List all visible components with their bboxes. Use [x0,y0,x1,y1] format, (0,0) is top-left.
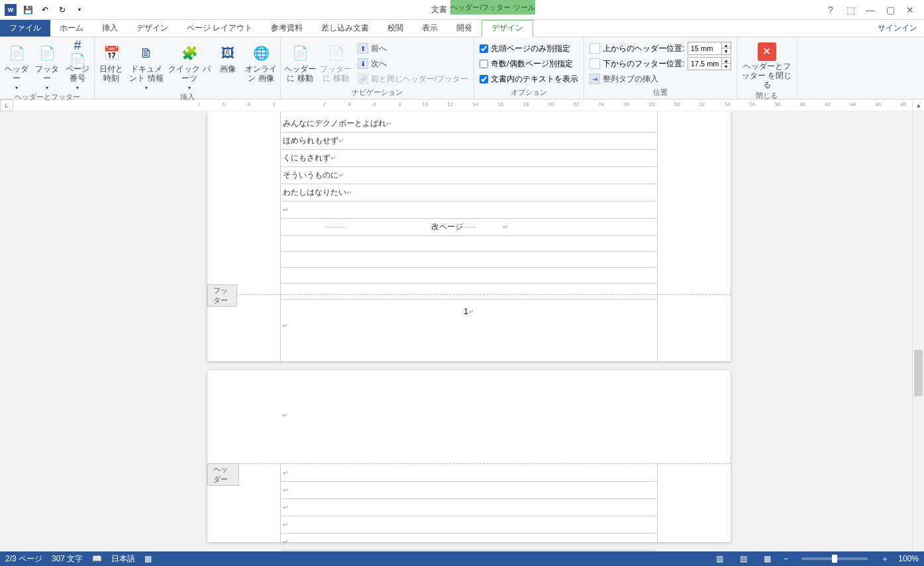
header-gallery[interactable]: 📄ヘッダー▾ [3,41,30,91]
footer-boundary [207,294,731,295]
vertical-ruler[interactable] [0,111,13,551]
spin-down[interactable]: ▼ [721,48,731,54]
contextual-tab-label: ヘッダー/フッター ツール [450,0,535,15]
ruler-tick: 28 [648,101,654,107]
footer-gallery[interactable]: 📄フッター▾ [33,41,61,91]
ruler-tick: 36 [749,101,755,107]
page-number-gallery[interactable]: #📄ページ 番号▾ [64,41,91,91]
odd-even-different[interactable]: 奇数/偶数ページ別指定 [477,56,581,71]
minimize-button[interactable]: — [863,3,878,17]
ruler-tick: 10 [422,101,428,107]
help-button[interactable]: ? [823,3,838,17]
show-document-text[interactable]: 文書内のテキストを表示 [477,72,581,86]
ruler-tick: 8 [399,101,401,107]
odd-even-different-checkbox[interactable] [480,60,488,68]
save-button[interactable]: 💾 [20,2,36,18]
ruler-tick: 24 [598,101,604,107]
tab-hf-design[interactable]: デザイン [482,20,533,37]
tab-view[interactable]: 表示 [413,20,447,36]
ruler-tick: 8 [199,101,200,107]
zoom-in-button[interactable]: ＋ [881,553,889,565]
view-read-mode[interactable]: ▥ [712,553,727,565]
ruler-tick: 44 [850,101,856,107]
document-info-button[interactable]: 🗎ドキュメント 情報▾ [128,41,165,91]
tab-home[interactable]: ホーム [50,20,93,36]
tab-design[interactable]: デザイン [127,20,178,36]
ruler-tick: 12 [447,101,453,107]
maximize-button[interactable]: ▢ [883,3,898,17]
header-from-top-spinner[interactable]: ▲▼ [688,42,731,55]
footer-from-bottom-input[interactable] [688,60,721,68]
online-picture-button[interactable]: 🌐オンライン 画像 [244,41,278,84]
zoom-out-button[interactable]: − [784,554,788,563]
footer-page-number[interactable]: 1↵ [207,307,731,317]
spin-up[interactable]: ▲ [721,58,731,64]
ruler-tick: 6 [374,101,376,107]
app-icon[interactable]: W [3,2,19,18]
redo-button[interactable]: ↻ [54,2,70,18]
ruler-tick: 26 [623,101,629,107]
ruler-tick: 42 [825,101,831,107]
header-from-top-input[interactable] [688,44,721,52]
ruler-tick: 14 [472,101,478,107]
group-position: 位置 [587,86,733,99]
show-document-text-checkbox[interactable] [480,75,488,84]
status-language[interactable]: 日本語 [111,553,135,565]
date-time-button[interactable]: 📅日付と 時刻 [97,41,125,84]
next-section-button[interactable]: ⬇次へ [355,56,471,71]
ruler-tick: 34 [724,101,730,107]
body-text[interactable]: みんなにデクノボーとよばれ↵ ほめられもせず↵ くにもされず↵ そういうものに↵… [282,115,656,300]
zoom-slider[interactable] [801,557,868,560]
picture-button[interactable]: 🖼画像 [214,41,242,74]
spin-up[interactable]: ▲ [721,42,731,48]
spin-down[interactable]: ▼ [721,64,731,70]
tab-developer[interactable]: 開発 [447,20,482,36]
scrollbar-thumb[interactable] [914,350,923,396]
tab-mailings[interactable]: 差し込み文書 [312,20,378,36]
first-page-different[interactable]: 先頭ページのみ別指定 [477,41,581,56]
paragraph-mark: ↵ [282,412,287,419]
close-window-button[interactable]: ✕ [903,3,917,17]
zoom-level[interactable]: 100% [898,554,919,563]
close-header-footer-button[interactable]: ✕ヘッダーとフッター を閉じる [740,41,794,89]
ruler-tick: 38 [774,101,780,107]
body-text[interactable]: ↵ ↵ ↵ ↵ ↵ [282,465,656,551]
paragraph-mark: ↵ [282,322,287,329]
status-page[interactable]: 2/3 ページ [5,553,42,565]
view-web-layout[interactable]: ▦ [760,553,774,565]
status-proofing-icon[interactable]: 📖 [92,554,102,563]
undo-button[interactable]: ↶ [37,2,53,18]
page-break-marker: 改ページ [431,222,463,231]
footer-from-bottom-spinner[interactable]: ▲▼ [688,57,731,70]
status-word-count[interactable]: 307 文字 [52,553,83,565]
ruler-tick: 40 [799,101,805,107]
sign-in-link[interactable]: サインイン [871,20,924,36]
header-tag: ヘッダー [207,463,239,486]
zoom-slider-knob[interactable] [832,555,837,563]
first-page-different-checkbox[interactable] [480,44,488,53]
ruler-tick: 16 [497,101,503,107]
goto-header-button[interactable]: 📄ヘッダーに 移動 [283,41,317,84]
ruler-tick: 18 [523,101,529,107]
page-2[interactable]: ↵ ヘッダー ↵ ↵ ↵ ↵ ↵ [207,370,731,542]
qat-customize[interactable]: ▾ [72,2,87,18]
tab-references[interactable]: 参考資料 [262,20,312,36]
ribbon-display-options[interactable]: ⬚ [843,3,858,17]
insert-alignment-tab[interactable]: ⇥整列タブの挿入 [587,72,733,86]
previous-section-button[interactable]: ⬆前へ [355,41,471,56]
view-print-layout[interactable]: ▤ [736,553,750,565]
tab-insert[interactable]: 挿入 [93,20,127,36]
tab-selector[interactable]: L [0,99,13,111]
status-macro-icon[interactable]: ▦ [144,554,152,563]
vertical-scrollbar[interactable] [912,111,924,551]
ruler-tick: 32 [699,101,705,107]
page-1[interactable]: みんなにデクノボーとよばれ↵ ほめられもせず↵ くにもされず↵ そういうものに↵… [207,111,731,361]
tab-page-layout[interactable]: ページ レイアウト [178,20,262,36]
header-label: ヘッダー [3,65,30,84]
scroll-up-button[interactable]: ▲ [912,99,924,111]
tab-review[interactable]: 校閲 [378,20,413,36]
ruler-tick: 48 [900,101,906,107]
tab-file[interactable]: ファイル [0,20,50,36]
quick-parts-button[interactable]: 🧩クイック パーツ▾ [168,41,211,91]
horizontal-ruler[interactable]: 8642246810121416182022242628303234363840… [199,99,912,111]
